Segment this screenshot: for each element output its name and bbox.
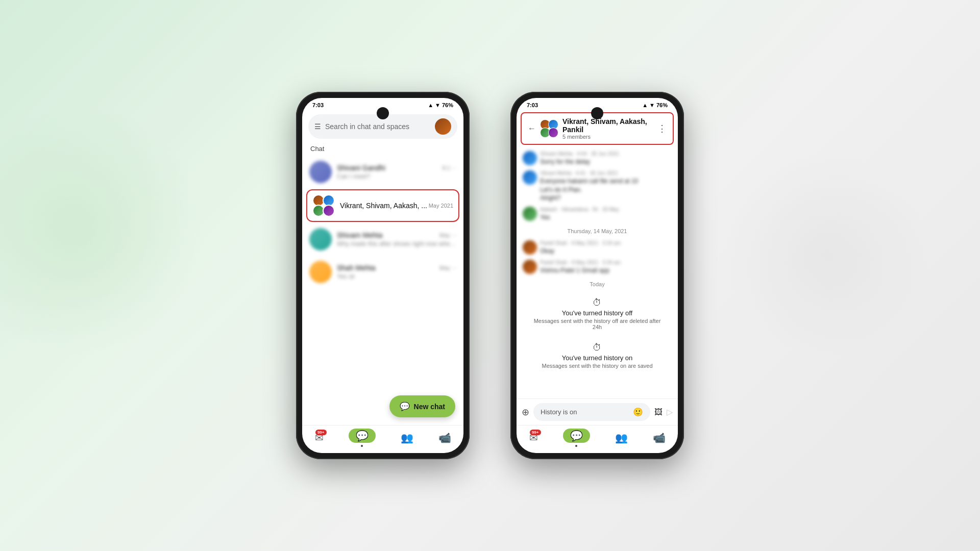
chat-item-4[interactable]: Shah Mehta May ··· Yes sir	[302, 256, 463, 288]
chat-preview-4: Yes sir	[337, 273, 456, 280]
chat-name-1: Shivani Gandhi	[337, 164, 385, 172]
nav-indicator-left	[361, 445, 363, 447]
msg-meta-2: Vikrant Mehta · 4:41 · 30 Jun 2021	[540, 170, 672, 176]
nav-spaces-left[interactable]: 👥	[401, 432, 413, 444]
msg-meta-3: Aakash · Vikrantdeva · 5h · 30 May	[540, 207, 672, 212]
msg-avatar-5	[523, 260, 537, 274]
chat-header-4: Shah Mehta May ···	[337, 264, 456, 272]
chat-icon-right: 💬	[570, 430, 583, 441]
chat-content-1: Shivani Gandhi 8:1 ··· Can I meet?	[337, 164, 456, 180]
emoji-button[interactable]: 🙂	[633, 407, 643, 417]
message-2: Vikrant Mehta · 4:41 · 30 Jun 2021 Every…	[523, 170, 672, 203]
phone-right: 7:03 ▲ ▼ 76% ← Vikrant, Shivam, Aakash, …	[510, 92, 684, 459]
add-attachment-button[interactable]: ⊕	[522, 407, 529, 418]
chat-name-3: Shivam Mehta	[337, 231, 382, 239]
chat-item-1[interactable]: Shivani Gandhi 8:1 ··· Can I meet?	[302, 156, 463, 188]
mail-badge-left: 99+	[315, 430, 327, 435]
nav-spaces-right[interactable]: 👥	[615, 432, 628, 444]
chat-list: Shivani Gandhi 8:1 ··· Can I meet?	[302, 156, 463, 425]
system-msg-history-on: ⏱ You've turned history on Messages sent…	[523, 338, 672, 373]
msg-text-5: Vishnu-Patel 1 Gmail app	[540, 266, 672, 275]
nav-meet-right[interactable]: 📹	[653, 432, 666, 444]
phone-left: 7:03 ▲ ▼ 76% ☰ Search in chat and spaces…	[296, 92, 470, 459]
bottom-nav-left: ✉ 99+ 💬 👥 📹	[302, 425, 463, 453]
today-divider: Today	[523, 279, 672, 289]
battery-right: 76%	[656, 102, 668, 108]
msg-avatar-2	[523, 170, 537, 185]
msg-content-4: Pankil Shah · 9 May 2021 · 3:34 am Okay	[540, 240, 672, 256]
history-on-sub: Messages sent with the history on are sa…	[529, 363, 666, 369]
chat-content-3: Shivam Mehta May ··· Why made this after…	[337, 231, 456, 247]
new-chat-label: New chat	[414, 403, 445, 411]
chat-time-3: May ···	[439, 232, 456, 238]
chat-time-4: May ···	[439, 265, 456, 271]
message-1: Shivam Mehta · 4:44 · 30 Jun 2021 Sorry …	[523, 151, 672, 166]
meet-icon-right: 📹	[653, 432, 666, 444]
input-bar: ⊕ History is on 🙂 🖼 ▷	[517, 398, 678, 425]
input-placeholder: History is on	[541, 408, 577, 416]
chat-name-2: Vikrant, Shivam, Aakash, ...	[340, 202, 427, 210]
camera-notch-left	[377, 107, 389, 119]
chat-icon-left: 💬	[356, 430, 369, 441]
phone-right-screen: 7:03 ▲ ▼ 76% ← Vikrant, Shivam, Aakash, …	[517, 98, 678, 453]
msg-content-5: Pankil Shah · 9 May 2021 · 3:34 am Vishn…	[540, 260, 672, 275]
chat-title-area: Vikrant, Shivam, Aakash, Pankil 5 member…	[562, 117, 653, 140]
nav-meet-left[interactable]: 📹	[438, 432, 451, 444]
msg-content-2: Vikrant Mehta · 4:41 · 30 Jun 2021 Every…	[540, 170, 672, 203]
history-off-title: You've turned history off	[529, 309, 666, 317]
msg-avatar-3	[523, 207, 537, 221]
chat-avatar-3	[309, 228, 332, 251]
chat-item-3[interactable]: Shivam Mehta May ··· Why made this after…	[302, 223, 463, 256]
bg-decoration-right	[725, 153, 929, 357]
chat-content-4: Shah Mehta May ··· Yes sir	[337, 264, 456, 280]
msg-meta-4: Pankil Shah · 9 May 2021 · 3:34 am	[540, 240, 672, 246]
nav-mail-right[interactable]: ✉ 99+	[529, 432, 538, 444]
chat-avatar-1	[309, 161, 332, 183]
message-4: Pankil Shah · 9 May 2021 · 3:34 am Okay	[523, 240, 672, 256]
phone-left-screen: 7:03 ▲ ▼ 76% ☰ Search in chat and spaces…	[302, 98, 463, 453]
chat-header-2: Vikrant, Shivam, Aakash, ... May 2021	[340, 202, 453, 210]
group-avatars	[312, 194, 335, 217]
chat-avatar-2	[312, 194, 335, 217]
nav-chat-left[interactable]: 💬	[349, 429, 376, 447]
back-button[interactable]: ←	[528, 124, 536, 133]
msg-text-1: Sorry for the delay	[540, 158, 672, 166]
chat-header-3: Shivam Mehta May ···	[337, 231, 456, 239]
battery-left: 76%	[442, 102, 453, 108]
meet-icon-left: 📹	[438, 432, 451, 444]
nav-mail-left[interactable]: ✉ 99+	[315, 432, 324, 444]
chat-preview-3: Why made this after shows right now when…	[337, 240, 456, 247]
send-button[interactable]: ▷	[667, 407, 673, 417]
image-button[interactable]: 🖼	[654, 408, 663, 417]
signal-icon-right: ▲	[642, 102, 648, 108]
chat-item-selected[interactable]: Vikrant, Shivam, Aakash, ... May 2021	[306, 189, 459, 222]
msg-content-3: Aakash · Vikrantdeva · 5h · 30 May Yes	[540, 207, 672, 222]
chat-content-2: Vikrant, Shivam, Aakash, ... May 2021	[340, 202, 453, 210]
chat-time-2: May 2021	[429, 203, 453, 209]
message-input-field[interactable]: History is on 🙂	[533, 403, 650, 421]
nav-indicator-right	[575, 445, 577, 447]
chat-header-1: Shivani Gandhi 8:1 ···	[337, 164, 456, 172]
history-off-icon: ⏱	[529, 297, 666, 308]
chat-preview-1: Can I meet?	[337, 173, 456, 180]
chat-time-1: 8:1 ···	[442, 165, 456, 171]
new-chat-icon: 💬	[400, 402, 410, 411]
date-divider: Thursday, 14 May, 2021	[523, 226, 672, 236]
signal-icon-left: ▲	[428, 102, 433, 108]
section-label-chat: Chat	[302, 143, 463, 156]
history-on-icon: ⏱	[529, 342, 666, 353]
more-options-button[interactable]: ⋮	[657, 123, 667, 134]
bg-decoration-left	[0, 102, 204, 357]
nav-chat-right[interactable]: 💬	[563, 429, 590, 447]
status-icons-right: ▲ ▼ 76%	[642, 102, 668, 108]
new-chat-fab[interactable]: 💬 New chat	[389, 395, 455, 417]
message-5: Pankil Shah · 9 May 2021 · 3:34 am Vishn…	[523, 260, 672, 275]
msg-content-1: Shivam Mehta · 4:44 · 30 Jun 2021 Sorry …	[540, 151, 672, 166]
user-avatar[interactable]	[435, 118, 451, 135]
mini-avatar-4	[548, 128, 558, 138]
sub-avatar-4	[323, 205, 335, 217]
msg-text-2: Everyone hakami call file send at 10Let'…	[540, 177, 672, 203]
bottom-nav-right: ✉ 99+ 💬 👥 📹	[517, 425, 678, 453]
hamburger-icon[interactable]: ☰	[314, 122, 321, 131]
msg-meta-1: Shivam Mehta · 4:44 · 30 Jun 2021	[540, 151, 672, 157]
